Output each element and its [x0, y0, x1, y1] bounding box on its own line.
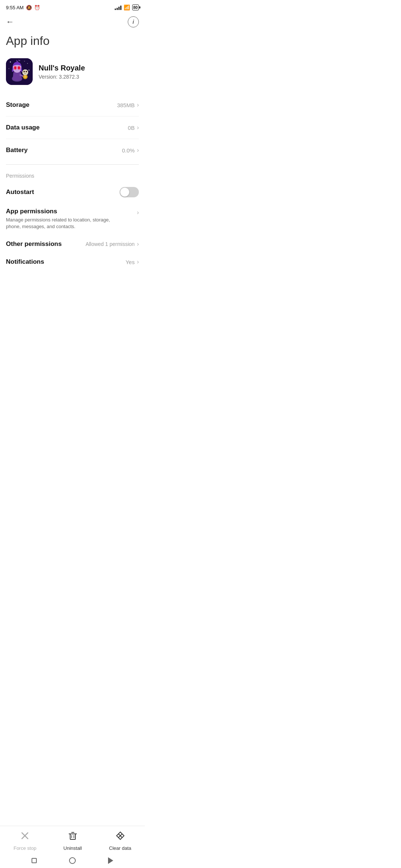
storage-value-group: 385MB ›	[117, 102, 139, 108]
data-usage-row[interactable]: Data usage 0B ›	[6, 116, 139, 139]
other-permissions-value-group: Allowed 1 permission ›	[85, 241, 139, 247]
info-icon: i	[133, 19, 134, 25]
app-version: Version: 3.2872.3	[39, 74, 85, 80]
status-left: 9:55 AM 🔕 ⏰	[6, 5, 40, 10]
other-permissions-label: Other permissions	[6, 240, 62, 248]
battery-chevron: ›	[137, 147, 139, 154]
storage-label: Storage	[6, 101, 29, 109]
battery-level: 80	[133, 5, 138, 10]
svg-point-5	[24, 61, 25, 62]
notifications-chevron: ›	[137, 259, 139, 265]
wifi-icon: 📶	[124, 4, 130, 10]
notifications-label: Notifications	[6, 258, 44, 266]
back-button[interactable]: ←	[6, 18, 14, 26]
app-permissions-title: App permissions	[6, 208, 117, 215]
svg-point-17	[26, 71, 27, 72]
signal-icon	[115, 5, 121, 10]
app-permissions-row[interactable]: App permissions Manage permissions relat…	[0, 203, 145, 235]
data-usage-chevron: ›	[137, 124, 139, 131]
app-permissions-desc: Manage permissions related to location, …	[6, 217, 117, 230]
main-settings: Storage 385MB › Data usage 0B › Battery …	[0, 94, 145, 161]
time-display: 9:55 AM	[6, 5, 24, 10]
app-permissions-chevron: ›	[137, 209, 139, 216]
battery-row[interactable]: Battery 0.0% ›	[6, 139, 139, 161]
toggle-thumb	[120, 188, 129, 197]
status-bar: 9:55 AM 🔕 ⏰ 📶 80	[0, 0, 145, 13]
top-nav: ← i	[0, 13, 145, 30]
app-icon	[6, 58, 33, 85]
other-permissions-row[interactable]: Other permissions Allowed 1 permission ›	[0, 235, 145, 253]
other-permissions-chevron: ›	[137, 241, 139, 247]
data-usage-value: 0B	[128, 125, 134, 131]
svg-point-16	[23, 71, 25, 72]
svg-point-12	[14, 67, 16, 69]
alarm-icon: ⏰	[34, 5, 40, 10]
battery-label: Battery	[6, 147, 28, 154]
autostart-label: Autostart	[6, 188, 34, 196]
other-permissions-value: Allowed 1 permission	[85, 241, 134, 247]
storage-value: 385MB	[117, 102, 135, 108]
app-details: Null's Royale Version: 3.2872.3	[39, 64, 85, 80]
svg-point-13	[18, 67, 20, 69]
permissions-section-label: Permissions	[0, 168, 145, 182]
app-name: Null's Royale	[39, 64, 85, 72]
notifications-value: Yes	[125, 259, 134, 265]
battery-value-group: 0.0% ›	[122, 147, 139, 154]
page-title: App info	[0, 30, 145, 55]
section-divider	[6, 164, 139, 165]
app-permissions-text: App permissions Manage permissions relat…	[6, 208, 117, 230]
storage-row[interactable]: Storage 385MB ›	[6, 94, 139, 116]
mute-icon: 🔕	[26, 5, 32, 10]
app-info-section: Null's Royale Version: 3.2872.3	[0, 55, 145, 94]
info-button[interactable]: i	[128, 16, 139, 27]
battery-value: 0.0%	[122, 147, 134, 154]
storage-chevron: ›	[137, 102, 139, 108]
svg-point-8	[24, 76, 26, 78]
notifications-row[interactable]: Notifications Yes ›	[0, 253, 145, 271]
svg-point-1	[10, 62, 11, 63]
status-right: 📶 80	[115, 4, 139, 10]
svg-point-2	[27, 63, 28, 64]
battery-indicator: 80	[132, 4, 139, 10]
data-usage-label: Data usage	[6, 124, 40, 131]
svg-point-4	[29, 70, 30, 71]
notifications-value-group: Yes ›	[125, 259, 139, 265]
autostart-toggle[interactable]	[120, 187, 139, 197]
autostart-row[interactable]: Autostart	[0, 182, 145, 203]
svg-point-3	[9, 68, 9, 69]
data-usage-value-group: 0B ›	[128, 124, 139, 131]
